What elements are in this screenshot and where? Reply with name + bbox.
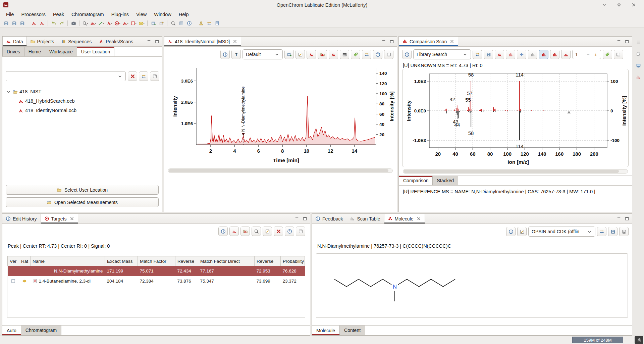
maximize-icon[interactable] (624, 216, 630, 222)
table-row[interactable]: N,N-Diamylmethylamine 171.199 75.071 72.… (8, 266, 305, 276)
tab-data[interactable]: Data (2, 37, 27, 46)
save-button[interactable] (484, 50, 493, 59)
tab-molecule-view[interactable]: Molecule (312, 326, 340, 335)
info-button[interactable] (506, 227, 516, 236)
tab-home[interactable]: Home (24, 47, 45, 56)
dropdown-arrow-icon[interactable]: ▾ (87, 22, 88, 25)
peak-red-button[interactable]: ▾ (105, 19, 113, 27)
grid-button[interactable] (177, 19, 185, 27)
transfer-button[interactable] (597, 227, 606, 236)
tag-green-button[interactable] (351, 50, 360, 59)
tab-stacked[interactable]: Stacked (433, 176, 458, 185)
dropdown-arrow-icon[interactable]: ▾ (119, 22, 120, 25)
minimize-icon[interactable] (616, 216, 622, 222)
expand-icon[interactable] (6, 89, 11, 94)
tab-projects[interactable]: Projects (27, 37, 58, 46)
tab-auto[interactable]: Auto (2, 326, 21, 335)
report-blue-button[interactable] (213, 19, 221, 27)
dropdown-arrow-icon[interactable]: ▾ (103, 22, 104, 25)
bars-gray-button[interactable] (528, 50, 537, 59)
chromatogram-chart[interactable]: 1.0E62.0E63.0E62040608010012014024681012… (167, 63, 398, 165)
window-restore-icon[interactable] (616, 2, 622, 8)
scan-next-button[interactable] (38, 19, 46, 27)
table-header-row[interactable]: Ver Rat Name Excact Mass Match Factor Re… (8, 256, 305, 266)
tab-comparison-scan[interactable]: Comparison Scan (399, 37, 458, 46)
window-menu-icon[interactable] (601, 2, 607, 8)
path-filter-combo[interactable] (6, 71, 126, 81)
col-reverse-2[interactable]: Reverse (255, 256, 281, 266)
monitor-blue-button[interactable] (635, 62, 643, 69)
menu-peak[interactable]: Peak (50, 11, 67, 18)
tab-edit-history[interactable]: Edit History (2, 214, 41, 224)
menu-processors[interactable]: Processors (18, 11, 49, 18)
info-button[interactable] (218, 227, 228, 236)
folder-red-button[interactable] (318, 50, 327, 59)
col-exact-mass[interactable]: Excact Mass (105, 256, 138, 266)
tab-molecule[interactable]: Molecule (384, 214, 425, 224)
peaks-red-button[interactable] (495, 50, 504, 59)
bars-red-button[interactable] (539, 50, 548, 59)
chart-red-button[interactable] (329, 50, 338, 59)
settings-button[interactable] (296, 227, 305, 236)
search-button[interactable] (252, 227, 261, 236)
minimize-icon[interactable] (146, 39, 152, 45)
close-tab-icon[interactable] (449, 39, 454, 44)
open-selected-measurements-button[interactable]: Open Selected Measurements (6, 197, 159, 207)
menu-window[interactable]: Window (151, 11, 175, 18)
tab-comparison[interactable]: Comparison (399, 176, 433, 185)
font-button[interactable]: T (231, 50, 241, 59)
edit-button[interactable] (263, 227, 272, 236)
maximize-icon[interactable] (624, 39, 630, 45)
info-button[interactable] (220, 50, 230, 59)
transfer-button[interactable] (139, 71, 148, 81)
baseline-green-button[interactable]: ▾ (97, 19, 105, 27)
dropdown-arrow-icon[interactable]: ▾ (95, 22, 96, 25)
comparison-spectrum-chart[interactable]: 1.0E30.0E0-1.0E31000-1002040608010012014… (402, 69, 633, 166)
settings-button[interactable] (150, 71, 159, 81)
editor-scrollbar[interactable] (168, 168, 393, 173)
x-red-button[interactable] (274, 227, 283, 236)
tab-user-location[interactable]: User Location (77, 47, 114, 56)
export-button[interactable] (157, 19, 165, 27)
dropdown-arrow-icon[interactable]: ▾ (143, 22, 145, 25)
settings-button[interactable] (384, 50, 393, 59)
tree-item-root[interactable]: 418_NIST (6, 87, 159, 96)
question-button[interactable]: ? (285, 227, 294, 236)
bars-red-button[interactable] (550, 50, 559, 59)
new-window-button[interactable] (284, 50, 294, 59)
bars-red-small-button[interactable] (561, 50, 571, 59)
tab-content[interactable]: Content (340, 326, 365, 335)
undo-button[interactable] (50, 19, 58, 27)
display-number-spinner[interactable]: 1 − + (572, 50, 601, 59)
settings-button[interactable] (614, 50, 623, 59)
bars-red-small-button[interactable] (229, 227, 239, 236)
menu-file[interactable]: File (3, 11, 17, 18)
snapshot-camera-button[interactable] (69, 19, 77, 27)
tab-chromatogram[interactable]: Chromatogram (21, 326, 61, 335)
col-match-factor[interactable]: Match Factor (138, 256, 175, 266)
scan-previous-button[interactable] (30, 19, 38, 27)
bars-red-button[interactable] (506, 50, 515, 59)
minimize-icon[interactable] (616, 39, 622, 45)
peaks-red-button[interactable] (307, 50, 316, 59)
window-restore-button[interactable] (635, 50, 643, 58)
tab-editor[interactable]: 418_IdentityNormal [MSD] (164, 37, 241, 46)
save-button[interactable] (608, 227, 618, 236)
settings-button[interactable] (619, 227, 629, 236)
col-ver[interactable]: Ver (8, 256, 19, 266)
close-tab-icon[interactable] (69, 216, 74, 221)
tree-item-hybridsearch[interactable]: 418_HybridSearch.ocb (6, 96, 159, 106)
close-tab-icon[interactable] (416, 216, 421, 221)
info-button[interactable] (185, 19, 193, 27)
col-match-factor-direct[interactable]: Match Factor Direct (198, 256, 255, 266)
garbage-collect-button[interactable] (635, 336, 643, 344)
tab-scan-table[interactable]: Scan Table (346, 214, 384, 224)
col-reverse[interactable]: Reverse (175, 256, 198, 266)
tab-peaks-scans[interactable]: Peaks/Scans (95, 37, 137, 46)
menu-chromatogram[interactable]: Chromatogram (68, 11, 107, 18)
zoom-button[interactable]: ▾ (81, 19, 89, 27)
col-name[interactable]: Name (31, 256, 105, 266)
x-red-button[interactable] (128, 71, 137, 81)
minimize-icon[interactable] (294, 216, 300, 222)
tab-workspace[interactable]: Workspace (45, 47, 77, 56)
